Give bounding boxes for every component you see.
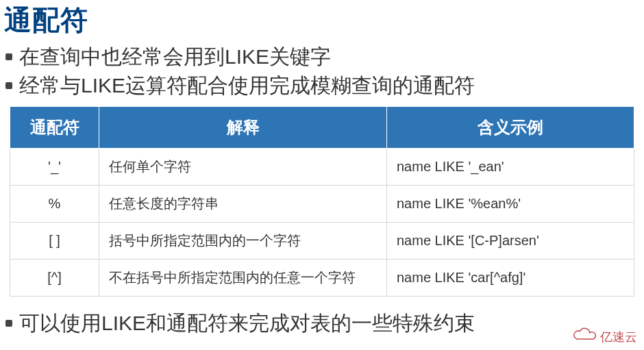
footer-line: 可以使用LIKE和通配符来完成对表的一些特殊约束 (0, 297, 644, 338)
intro-line-0: 在查询中也经常会用到LIKE关键字 (0, 42, 644, 71)
table-row: [ ] 括号中所指定范围内的一个字符 name LIKE '[C-P]arsen… (10, 223, 634, 260)
table-header-row: 通配符 解释 含义示例 (10, 107, 634, 149)
cell-wildcard: [ ] (10, 223, 99, 260)
watermark-text: 亿速云 (600, 329, 637, 345)
wildcard-table: 通配符 解释 含义示例 '_' 任何单个字符 name LIKE '_ean' … (10, 106, 634, 297)
page-title: 通配符 (0, 0, 644, 42)
cell-wildcard: % (10, 186, 99, 223)
cell-example: name LIKE 'car[^afg]' (387, 260, 634, 297)
cell-example: name LIKE '%ean%' (387, 186, 634, 223)
footer-text: 可以使用LIKE和通配符来完成对表的一些特殊约束 (19, 310, 475, 336)
bullet-icon (5, 82, 12, 89)
cell-example: name LIKE '_ean' (387, 149, 634, 186)
cell-wildcard: [^] (10, 260, 99, 297)
cell-explain: 不在括号中所指定范围内的任意一个字符 (99, 260, 387, 297)
bullet-icon (5, 320, 12, 327)
col-header-explain: 解释 (99, 107, 387, 149)
cell-explain: 任意长度的字符串 (99, 186, 387, 223)
cell-explain: 括号中所指定范围内的一个字符 (99, 223, 387, 260)
cell-explain: 任何单个字符 (99, 149, 387, 186)
table-row: [^] 不在括号中所指定范围内的任意一个字符 name LIKE 'car[^a… (10, 260, 634, 297)
watermark: 亿速云 (573, 327, 637, 346)
intro-text-1: 经常与LIKE运算符配合使用完成模糊查询的通配符 (19, 73, 475, 99)
cell-example: name LIKE '[C-P]arsen' (387, 223, 634, 260)
bullet-icon (5, 53, 12, 60)
col-header-example: 含义示例 (387, 107, 634, 149)
table-row: % 任意长度的字符串 name LIKE '%ean%' (10, 186, 634, 223)
col-header-wildcard: 通配符 (10, 107, 99, 149)
table-row: '_' 任何单个字符 name LIKE '_ean' (10, 149, 634, 186)
intro-text-0: 在查询中也经常会用到LIKE关键字 (19, 44, 331, 70)
cell-wildcard: '_' (10, 149, 99, 186)
cloud-icon (573, 327, 597, 346)
intro-line-1: 经常与LIKE运算符配合使用完成模糊查询的通配符 (0, 71, 644, 100)
